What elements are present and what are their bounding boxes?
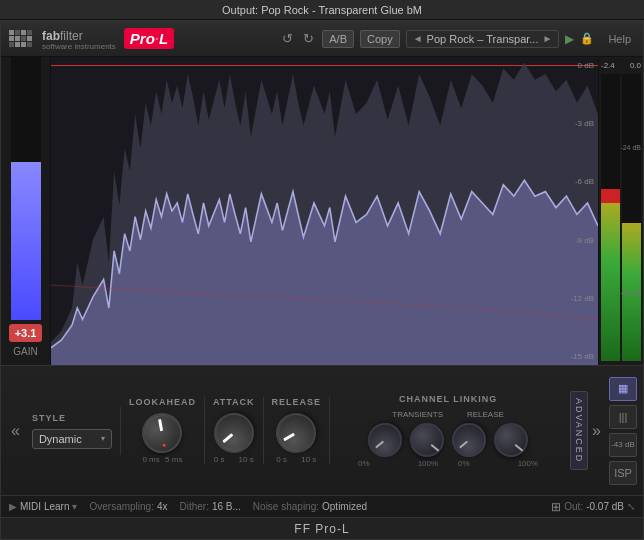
title-bar: Output: Pop Rock - Transparent Glue bM (0, 0, 644, 20)
attack-min: 0 s (214, 455, 225, 464)
release-ch-min-knob[interactable] (445, 416, 493, 464)
logo-dot (21, 30, 26, 35)
toolbar: fabfilter software instruments Pro·L ↺ ↻… (1, 21, 643, 57)
rel-max-label: 100% (518, 459, 538, 468)
plugin-window: fabfilter software instruments Pro·L ↺ ↻… (0, 20, 644, 540)
logo-dot (21, 36, 26, 41)
lookahead-knob-wrapper: 0 ms 5 ms (142, 413, 182, 464)
level-bar-l-top (601, 189, 620, 203)
dither-label: Dither: (180, 501, 209, 512)
noise-label: Noise shaping: (253, 501, 319, 512)
level-bar-r-mid (622, 223, 641, 275)
db-view-button[interactable]: -43 dB (609, 433, 637, 457)
dither-status: Dither: 16 B... (180, 501, 241, 512)
lookahead-min: 0 ms (142, 455, 159, 464)
oversampling-label: Oversampling: (89, 501, 153, 512)
release-ch-max-knob[interactable] (494, 423, 528, 457)
style-section: STYLE Dynamic ▾ (24, 407, 121, 455)
lookahead-label: LOOKAHEAD (129, 397, 196, 407)
gain-meter-track (11, 57, 41, 320)
transients-min-knob[interactable] (361, 416, 409, 464)
style-label: STYLE (32, 413, 66, 423)
transients-max-knob[interactable] (410, 423, 444, 457)
release-sublabel: RELEASE (467, 410, 504, 419)
logo-area: fabfilter software instruments Pro·L (9, 26, 174, 51)
isp-button[interactable]: ISP (609, 461, 637, 485)
trans-min-label: 0% (358, 459, 370, 468)
dither-value: 16 B... (212, 501, 241, 512)
release-knob-wrapper: 0 s 10 s (276, 413, 316, 464)
lookahead-section: LOOKAHEAD 0 ms 5 ms (121, 397, 205, 464)
status-bar: ▶ MIDI Learn ▾ Oversampling: 4x Dither: … (1, 495, 643, 517)
attack-max: 10 s (239, 455, 254, 464)
rel-min-label: 0% (458, 459, 470, 468)
right-arrow-button[interactable]: » (588, 422, 605, 440)
left-arrow-button[interactable]: « (7, 422, 24, 440)
noise-shaping-status: Noise shaping: Optimized (253, 501, 367, 512)
style-dropdown[interactable]: Dynamic ▾ (32, 429, 112, 449)
peak-value2: 0.0 (630, 61, 641, 70)
channel-linking-section: CHANNEL LINKING TRANSIENTS RELEASE 0% 10… (330, 394, 566, 468)
pro-l-logo: Pro·L (124, 28, 174, 49)
resize-icon[interactable]: ⤡ (627, 501, 635, 512)
release-min: 0 s (276, 455, 287, 464)
brand-name: fabfilter software instruments (42, 26, 116, 51)
gain-area: +3.1 GAIN (1, 57, 51, 365)
preset-area[interactable]: ◄ Pop Rock – Transpar... ► (406, 30, 560, 48)
logo-dot (27, 36, 32, 41)
visualizer-area: 0 dB -3 dB -6 dB -9 dB -12 dB -15 dB (51, 57, 598, 365)
attack-section: ATTACK 0 s 10 s (205, 397, 264, 464)
level-bar-l (601, 261, 620, 361)
lookahead-knob[interactable] (139, 410, 185, 456)
logo-dot (15, 36, 20, 41)
attack-knob[interactable] (206, 405, 262, 461)
oversampling-status: Oversampling: 4x (89, 501, 167, 512)
release-knob[interactable] (269, 406, 324, 461)
preset-name: Pop Rock – Transpar... (427, 33, 539, 45)
bars-view-button[interactable]: ||| (609, 405, 637, 429)
preset-prev-button[interactable]: ◄ (413, 33, 423, 44)
far-right-buttons: ▦ ||| -43 dB ISP (609, 377, 637, 485)
release-max: 10 s (301, 455, 316, 464)
logo-dot (15, 30, 20, 35)
play-button[interactable]: ▶ (565, 32, 574, 46)
meter-view-button[interactable]: ▦ (609, 377, 637, 401)
chevron-down-icon: ▾ (101, 434, 105, 443)
transients-sublabel: TRANSIENTS (392, 410, 443, 419)
gain-value-display[interactable]: +3.1 (9, 324, 43, 342)
lock-button[interactable]: 🔒 (580, 32, 594, 45)
gain-meter-fill (11, 162, 41, 320)
level-bar-r-container (622, 74, 641, 361)
style-value: Dynamic (39, 433, 82, 445)
trans-max-label: 100% (418, 459, 438, 468)
toolbar-controls: ↺ ↻ A/B Copy ◄ Pop Rock – Transpar... ► … (280, 30, 635, 48)
logo-dot (9, 42, 14, 47)
grid-icon[interactable]: ⊞ (551, 500, 561, 514)
noise-value: Optimized (322, 501, 367, 512)
preset-next-button[interactable]: ► (542, 33, 552, 44)
undo-button[interactable]: ↺ (280, 31, 295, 46)
plugin-title: FF Pro-L (294, 522, 349, 536)
peak-value: -2.4 (601, 61, 615, 70)
oversampling-value: 4x (157, 501, 168, 512)
advanced-button[interactable]: ADVANCED (570, 391, 588, 470)
attack-label: ATTACK (213, 397, 255, 407)
out-label: Out: (564, 501, 583, 512)
logo-dot (9, 36, 14, 41)
ab-button[interactable]: A/B (322, 30, 354, 48)
logo-dot (27, 30, 32, 35)
waveform-display (51, 57, 598, 365)
logo-dot (15, 42, 20, 47)
attack-knob-wrapper: 0 s 10 s (214, 413, 254, 464)
output-level-status: ⊞ Out: -0.07 dB ⤡ (551, 500, 635, 514)
gain-label: GAIN (13, 346, 37, 357)
bottom-controls: « STYLE Dynamic ▾ LOOKAHEAD 0 ms 5 ms AT… (1, 365, 643, 495)
help-button[interactable]: Help (604, 31, 635, 47)
redo-button[interactable]: ↻ (301, 31, 316, 46)
logo-dot (9, 30, 14, 35)
bottom-title-bar: FF Pro-L (1, 517, 643, 539)
title-text: Output: Pop Rock - Transparent Glue bM (222, 4, 422, 16)
right-meters: -2.4 0.0 -24 dB -43 dB (598, 57, 643, 365)
midi-learn-toggle[interactable]: ▶ MIDI Learn ▾ (9, 501, 77, 512)
copy-button[interactable]: Copy (360, 30, 400, 48)
